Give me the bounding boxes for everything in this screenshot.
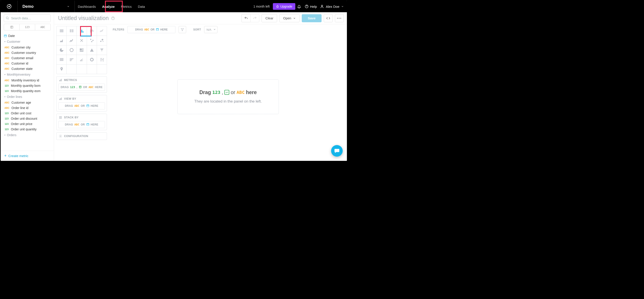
- nav-dashboards[interactable]: Dashboards: [75, 1, 99, 12]
- chart-type-cell[interactable]: [97, 36, 107, 45]
- field-group[interactable]: Monthlyinventory: [1, 71, 54, 78]
- field-item[interactable]: ABCCustomer age: [1, 100, 54, 105]
- type-tab-text[interactable]: ABC: [35, 24, 50, 30]
- ellipsis-icon: •••: [337, 16, 342, 20]
- svg-rect-22: [90, 32, 92, 33]
- field-item[interactable]: 123Order unit cost: [1, 111, 54, 116]
- user-menu[interactable]: Alex Doe: [319, 5, 344, 9]
- calc-icon: x=: [224, 90, 229, 95]
- nav-data[interactable]: Data: [135, 1, 148, 12]
- svg-rect-48: [60, 98, 61, 100]
- metrics-dropzone[interactable]: DRAG 123 , OR ABC HERE: [58, 84, 105, 91]
- svg-rect-13: [70, 31, 72, 31]
- chart-type-cell[interactable]: [76, 55, 86, 64]
- svg-point-3: [321, 5, 323, 7]
- star-icon: [276, 5, 279, 8]
- app-logo[interactable]: [1, 1, 18, 12]
- field-item[interactable]: 123Order unit quantity: [1, 127, 54, 132]
- configuration-panel[interactable]: CONFIGURATION: [56, 132, 107, 140]
- chart-type-cell[interactable]: [56, 45, 66, 55]
- funnel-icon: [180, 28, 184, 31]
- help-link[interactable]: Help: [305, 5, 317, 9]
- viewby-dropzone[interactable]: DRAG ABC OR HERE: [58, 102, 105, 109]
- field-group[interactable]: Customer: [1, 39, 54, 45]
- chart-type-cell[interactable]: [87, 45, 97, 55]
- chart-type-cell[interactable]: [76, 26, 86, 36]
- gear-icon: [59, 134, 62, 138]
- svg-rect-38: [70, 59, 72, 60]
- field-item[interactable]: 123Order unit price: [1, 121, 54, 127]
- chart-type-cell[interactable]: [56, 26, 66, 36]
- field-date[interactable]: Date: [1, 33, 54, 39]
- upgrade-button[interactable]: Upgrade: [273, 3, 296, 10]
- svg-rect-15: [70, 32, 72, 32]
- chart-type-cell[interactable]: [97, 55, 107, 64]
- create-metric-button[interactable]: + Create metric: [1, 151, 54, 161]
- chart-type-cell[interactable]: [66, 45, 76, 55]
- embed-button[interactable]: [324, 14, 333, 22]
- chart-type-cell[interactable]: [76, 45, 86, 55]
- svg-rect-50: [86, 105, 89, 107]
- svg-point-28: [103, 41, 104, 42]
- redo-button[interactable]: [250, 14, 259, 22]
- field-group[interactable]: Order lines: [1, 94, 54, 100]
- chart-type-cell[interactable]: [56, 36, 66, 45]
- chart-type-cell[interactable]: [87, 55, 97, 64]
- chart-type-cell[interactable]: [56, 65, 66, 74]
- field-item[interactable]: 123Monthly quantity eom: [1, 88, 54, 94]
- metrics-panel: METRICS DRAG 123 , OR ABC HERE: [56, 76, 107, 93]
- undo-redo-group: [242, 14, 259, 22]
- calendar-icon: [86, 104, 90, 108]
- canvas-dropzone[interactable]: Drag 123, x= or ABC here They are locate…: [178, 79, 279, 114]
- svg-rect-45: [61, 79, 62, 81]
- type-tab-number[interactable]: 123: [19, 24, 35, 30]
- field-item[interactable]: ABCCustomer id: [1, 61, 54, 66]
- svg-rect-36: [60, 60, 64, 61]
- chat-fab[interactable]: [331, 145, 343, 157]
- field-group[interactable]: Orders: [1, 132, 54, 138]
- nav-metrics[interactable]: Metrics: [118, 1, 135, 12]
- clear-button[interactable]: Clear: [262, 14, 277, 22]
- svg-point-56: [60, 136, 61, 137]
- type-tab-calc[interactable]: [4, 24, 19, 30]
- search-input[interactable]: [4, 15, 51, 22]
- chart-type-cell[interactable]: [66, 36, 76, 45]
- field-item[interactable]: ABCOrder line id: [1, 105, 54, 111]
- stackby-dropzone[interactable]: DRAG ABC OR HERE: [58, 121, 105, 128]
- chart-type-cell[interactable]: [97, 45, 107, 55]
- undo-button[interactable]: [242, 14, 250, 22]
- more-button[interactable]: •••: [335, 14, 344, 22]
- field-item[interactable]: ABCMonthly inventory id: [1, 78, 54, 83]
- svg-rect-25: [91, 41, 92, 42]
- chart-type-cell[interactable]: [76, 36, 86, 45]
- chevron-down-icon: [67, 5, 70, 8]
- save-button[interactable]: Save: [302, 14, 322, 22]
- chart-type-cell[interactable]: [56, 55, 66, 64]
- svg-rect-18: [82, 30, 82, 33]
- field-item[interactable]: 123Order unit discount: [1, 116, 54, 121]
- chart-type-cell[interactable]: [87, 36, 97, 45]
- chart-type-cell: [76, 65, 86, 74]
- chart-type-cell[interactable]: [97, 26, 107, 36]
- svg-rect-21: [90, 31, 94, 31]
- field-item[interactable]: ABCCustomer state: [1, 66, 54, 71]
- help-icon[interactable]: [111, 16, 115, 20]
- field-item[interactable]: ABCCustomer email: [1, 55, 54, 61]
- sort-select[interactable]: N/A: [204, 26, 218, 33]
- field-item[interactable]: ABCCustomer city: [1, 45, 54, 50]
- notifications-button[interactable]: [295, 3, 303, 10]
- nav-analyze[interactable]: Analyze: [99, 1, 118, 12]
- field-item[interactable]: 123Monthly quantity bom: [1, 83, 54, 88]
- config-column: METRICS DRAG 123 , OR ABC HERE VIEW BY: [54, 24, 109, 161]
- field-item[interactable]: ABCCustomer country: [1, 50, 54, 55]
- filter-dropzone[interactable]: DRAG ABC OR HERE: [128, 26, 176, 33]
- filter-button[interactable]: [178, 26, 186, 33]
- svg-point-29: [70, 49, 74, 52]
- chart-type-cell[interactable]: [87, 26, 97, 36]
- workspace-switcher[interactable]: Demo: [18, 1, 75, 12]
- chart-type-cell[interactable]: [66, 26, 76, 36]
- chart-type-cell[interactable]: [66, 55, 76, 64]
- visualization-title[interactable]: Untitled visualization: [58, 15, 109, 21]
- open-button[interactable]: Open: [279, 14, 300, 22]
- canvas-column: FILTERS DRAG ABC OR HERE SORT N/A: [109, 24, 347, 161]
